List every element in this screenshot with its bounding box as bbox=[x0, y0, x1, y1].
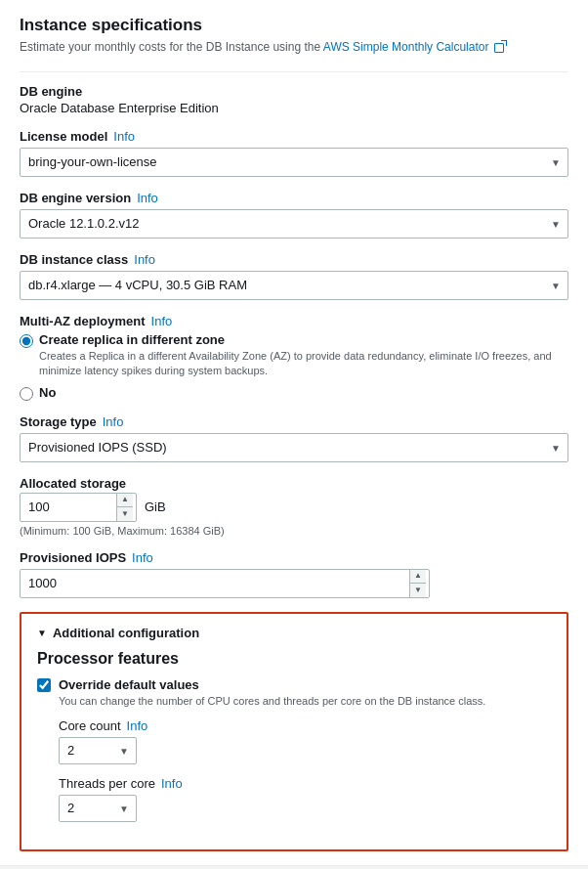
provisioned-iops-input-wrapper: ▲ ▼ bbox=[20, 569, 430, 598]
provisioned-iops-decrement[interactable]: ▼ bbox=[410, 583, 426, 597]
multi-az-no-item: No bbox=[20, 385, 568, 401]
allocated-storage-input-row: ▲ ▼ GiB bbox=[20, 493, 568, 522]
override-checkbox[interactable] bbox=[37, 678, 51, 692]
allocated-storage-decrement[interactable]: ▼ bbox=[117, 506, 133, 521]
override-checkbox-content: Override default values You can change t… bbox=[59, 677, 485, 709]
multi-az-no-label: No bbox=[39, 385, 56, 400]
external-link-icon bbox=[494, 43, 504, 53]
override-checkbox-row: Override default values You can change t… bbox=[37, 677, 551, 709]
db-instance-class-label: DB instance class bbox=[20, 252, 128, 267]
db-engine-group: DB engine Oracle Database Enterprise Edi… bbox=[20, 84, 568, 115]
provisioned-iops-input[interactable] bbox=[21, 570, 409, 597]
storage-type-select[interactable]: Provisioned IOPS (SSD) General Purpose (… bbox=[20, 433, 568, 462]
section-header: Instance specifications Estimate your mo… bbox=[20, 16, 568, 56]
multi-az-label-row: Multi-AZ deployment Info bbox=[20, 314, 568, 328]
license-model-info[interactable]: Info bbox=[113, 129, 135, 144]
provisioned-iops-spinners: ▲ ▼ bbox=[409, 570, 426, 597]
multi-az-create-replica-radio[interactable] bbox=[20, 334, 33, 348]
threads-per-core-select[interactable]: 1 2 bbox=[59, 795, 137, 822]
allocated-storage-hint: (Minimum: 100 GiB, Maximum: 16384 GiB) bbox=[20, 525, 568, 537]
page-description: Estimate your monthly costs for the DB I… bbox=[20, 39, 568, 56]
page-title: Instance specifications bbox=[20, 16, 568, 35]
storage-type-label: Storage type bbox=[20, 414, 97, 429]
additional-config-header[interactable]: ▼ Additional configuration bbox=[37, 626, 551, 640]
estimated-monthly-section: Estimated monthly costs bbox=[0, 865, 588, 869]
multi-az-info[interactable]: Info bbox=[151, 314, 173, 328]
provisioned-iops-label: Provisioned IOPS bbox=[20, 550, 126, 565]
override-checkbox-desc: You can change the number of CPU cores a… bbox=[59, 694, 485, 709]
storage-type-label-row: Storage type Info bbox=[20, 414, 568, 429]
core-count-label-row: Core count Info bbox=[59, 718, 551, 733]
db-engine-version-label: DB engine version bbox=[20, 191, 131, 205]
override-checkbox-label: Override default values bbox=[59, 677, 485, 692]
provisioned-iops-label-row: Provisioned IOPS Info bbox=[20, 550, 568, 565]
threads-per-core-field: Threads per core Info 1 2 ▼ bbox=[59, 776, 551, 822]
multi-az-no-radio[interactable] bbox=[20, 387, 33, 401]
multi-az-create-replica-desc: Creates a Replica in a different Availab… bbox=[39, 349, 568, 379]
threads-per-core-info[interactable]: Info bbox=[161, 776, 183, 791]
threads-per-core-label: Threads per core bbox=[59, 776, 155, 791]
core-count-field: Core count Info 1 2 4 8 ▼ bbox=[59, 718, 551, 764]
allocated-storage-input-wrapper: ▲ ▼ bbox=[20, 493, 137, 522]
allocated-storage-spinners: ▲ ▼ bbox=[116, 494, 133, 521]
threads-per-core-select-wrapper: 1 2 ▼ bbox=[59, 795, 137, 822]
db-engine-version-select-wrapper: Oracle 12.1.0.2.v12 Oracle 12.1.0.2.v11 … bbox=[20, 209, 568, 239]
page-container: Instance specifications Estimate your mo… bbox=[0, 0, 588, 869]
db-engine-version-select[interactable]: Oracle 12.1.0.2.v12 Oracle 12.1.0.2.v11 bbox=[20, 209, 568, 239]
multi-az-no-content: No bbox=[39, 385, 56, 400]
db-instance-class-label-row: DB instance class Info bbox=[20, 252, 568, 267]
core-count-label: Core count bbox=[59, 718, 121, 733]
additional-config-title: Additional configuration bbox=[53, 626, 199, 640]
additional-config-section: ▼ Additional configuration Processor fea… bbox=[20, 612, 568, 851]
db-instance-class-select[interactable]: db.r4.xlarge — 4 vCPU, 30.5 GiB RAM bbox=[20, 271, 568, 300]
license-model-select[interactable]: bring-your-own-license license-included bbox=[20, 148, 568, 177]
allocated-storage-label: Allocated storage bbox=[20, 476, 568, 491]
multi-az-create-replica-item: Create replica in different zone Creates… bbox=[20, 332, 568, 379]
license-model-label: License model bbox=[20, 129, 107, 144]
multi-az-radio-group: Create replica in different zone Creates… bbox=[20, 332, 568, 401]
db-engine-label: DB engine bbox=[20, 84, 568, 99]
multi-az-create-replica-content: Create replica in different zone Creates… bbox=[39, 332, 568, 379]
allocated-storage-group: Allocated storage ▲ ▼ GiB (Minimum: 100 … bbox=[20, 476, 568, 537]
processor-fields: Core count Info 1 2 4 8 ▼ bbox=[59, 718, 551, 822]
core-count-info[interactable]: Info bbox=[127, 718, 148, 733]
provisioned-iops-increment[interactable]: ▲ bbox=[410, 570, 426, 584]
multi-az-group: Multi-AZ deployment Info Create replica … bbox=[20, 314, 568, 401]
db-instance-class-group: DB instance class Info db.r4.xlarge — 4 … bbox=[20, 252, 568, 300]
calculator-link[interactable]: AWS Simple Monthly Calculator bbox=[323, 40, 504, 54]
db-engine-version-group: DB engine version Info Oracle 12.1.0.2.v… bbox=[20, 191, 568, 239]
multi-az-create-replica-label: Create replica in different zone bbox=[39, 332, 568, 347]
processor-features-title: Processor features bbox=[37, 650, 551, 668]
provisioned-iops-group: Provisioned IOPS Info ▲ ▼ bbox=[20, 550, 568, 598]
db-engine-value: Oracle Database Enterprise Edition bbox=[20, 101, 568, 115]
storage-type-info[interactable]: Info bbox=[103, 414, 124, 429]
allocated-storage-input[interactable] bbox=[21, 494, 116, 521]
storage-type-group: Storage type Info Provisioned IOPS (SSD)… bbox=[20, 414, 568, 462]
db-engine-version-info[interactable]: Info bbox=[137, 191, 158, 205]
license-model-group: License model Info bring-your-own-licens… bbox=[20, 129, 568, 177]
core-count-select-wrapper: 1 2 4 8 ▼ bbox=[59, 737, 137, 764]
core-count-select[interactable]: 1 2 4 8 bbox=[59, 737, 137, 764]
storage-type-select-wrapper: Provisioned IOPS (SSD) General Purpose (… bbox=[20, 433, 568, 462]
db-engine-version-label-row: DB engine version Info bbox=[20, 191, 568, 205]
license-model-label-row: License model Info bbox=[20, 129, 568, 144]
allocated-storage-increment[interactable]: ▲ bbox=[117, 494, 133, 507]
license-model-select-wrapper: bring-your-own-license license-included … bbox=[20, 148, 568, 177]
multi-az-label: Multi-AZ deployment bbox=[20, 314, 146, 328]
db-instance-class-info[interactable]: Info bbox=[134, 252, 155, 267]
divider-1 bbox=[20, 71, 568, 72]
db-instance-class-select-wrapper: db.r4.xlarge — 4 vCPU, 30.5 GiB RAM ▼ bbox=[20, 271, 568, 300]
allocated-storage-unit: GiB bbox=[145, 500, 166, 514]
main-section: Instance specifications Estimate your mo… bbox=[0, 0, 588, 851]
provisioned-iops-info[interactable]: Info bbox=[132, 550, 153, 565]
threads-per-core-label-row: Threads per core Info bbox=[59, 776, 551, 791]
collapse-icon: ▼ bbox=[37, 628, 47, 638]
